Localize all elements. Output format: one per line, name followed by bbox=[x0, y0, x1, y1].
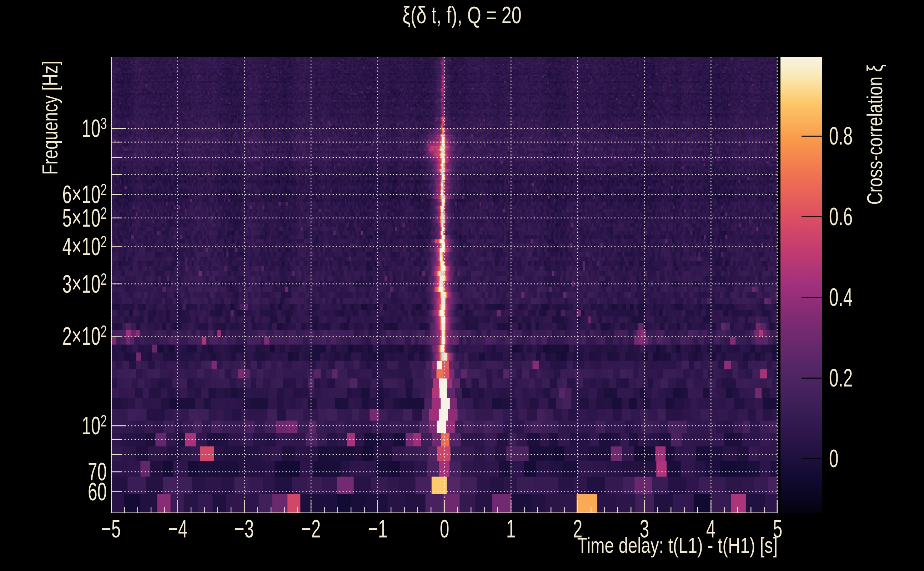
y-tick-label: 103 bbox=[70, 116, 107, 141]
y-tick-label: 60 bbox=[79, 479, 107, 504]
colorbar-tick-mark bbox=[802, 136, 822, 137]
colorbar-tick-label: 0.2 bbox=[829, 366, 864, 390]
x-tick-label: −5 bbox=[97, 516, 125, 542]
colorbar-tick-mark bbox=[802, 216, 822, 218]
x-tick-label: −4 bbox=[164, 516, 192, 542]
x-tick-label: −3 bbox=[230, 516, 258, 542]
colorbar-tick-mark bbox=[802, 458, 822, 459]
y-tick-label: 102 bbox=[70, 413, 107, 438]
colorbar bbox=[780, 57, 822, 513]
x-axis-title-text: Time delay: t(L1) - t(H1) [s] bbox=[577, 534, 777, 556]
heatmap-plot bbox=[111, 57, 777, 513]
chart-title: ξ(δ t, f), Q = 20 bbox=[384, 3, 541, 27]
y-tick-label: 4×102 bbox=[42, 234, 107, 259]
y-axis-title: Frequency [Hz] bbox=[39, 43, 61, 193]
y-tick-label: 3×102 bbox=[42, 272, 107, 296]
colorbar-title-text: Cross-correlation ξ bbox=[864, 65, 886, 205]
x-tick-label: −2 bbox=[297, 516, 325, 542]
colorbar-title: Cross-correlation ξ bbox=[864, 42, 886, 227]
y-tick-label: 6×102 bbox=[42, 182, 107, 207]
colorbar-tick-label: 0.4 bbox=[829, 285, 864, 310]
y-axis-title-text: Frequency [Hz] bbox=[39, 61, 61, 174]
colorbar-tick-mark bbox=[802, 378, 822, 379]
y-tick-label: 5×102 bbox=[42, 205, 107, 230]
colorbar-tick-mark bbox=[802, 297, 822, 298]
x-tick-label: 0 bbox=[437, 516, 451, 542]
colorbar-tick-label: 0.6 bbox=[829, 204, 864, 229]
y-tick-label: 2×102 bbox=[42, 324, 107, 349]
colorbar-tick-label: 0 bbox=[829, 446, 843, 471]
figure-canvas: ξ(δ t, f), Q = 20 Frequency [Hz] 1036×10… bbox=[0, 0, 924, 571]
colorbar-tick-label: 0.8 bbox=[829, 123, 864, 148]
x-axis-title: Time delay: t(L1) - t(H1) [s] bbox=[514, 534, 777, 556]
x-tick-label: −1 bbox=[363, 516, 392, 542]
chart-title-text: ξ(δ t, f), Q = 20 bbox=[402, 3, 521, 27]
